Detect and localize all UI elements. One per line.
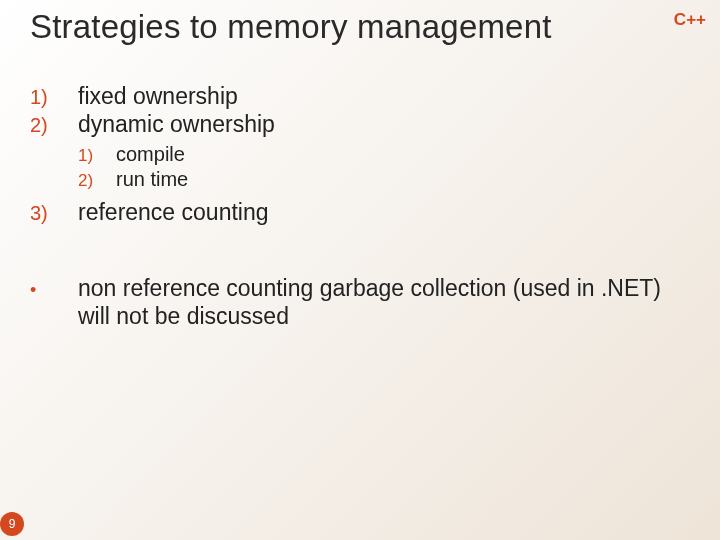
slide-title: Strategies to memory management bbox=[30, 8, 552, 46]
slide: Strategies to memory management C++ 1) f… bbox=[0, 0, 720, 540]
content-area: 1) fixed ownership 2) dynamic ownership … bbox=[30, 82, 670, 330]
list-text: dynamic ownership bbox=[78, 110, 275, 138]
page-number-badge: 9 bbox=[0, 512, 24, 536]
list-item: 1) fixed ownership bbox=[30, 82, 670, 110]
list-text: fixed ownership bbox=[78, 82, 238, 110]
list-item: 1) compile bbox=[30, 142, 670, 167]
list-marker: 1) bbox=[30, 85, 78, 109]
sub-list: 1) compile 2) run time bbox=[30, 142, 670, 192]
list-text: compile bbox=[116, 142, 185, 167]
list-marker: 1) bbox=[78, 145, 116, 166]
list-item: • non reference counting garbage collect… bbox=[30, 274, 670, 330]
page-number: 9 bbox=[9, 517, 16, 531]
list-item: 2) dynamic ownership bbox=[30, 110, 670, 138]
list-text: run time bbox=[116, 167, 188, 192]
list-item: 2) run time bbox=[30, 167, 670, 192]
note-text: non reference counting garbage collectio… bbox=[78, 274, 670, 330]
list-text: reference counting bbox=[78, 198, 269, 226]
brand-label: C++ bbox=[674, 10, 706, 30]
list-marker: 2) bbox=[30, 113, 78, 137]
bullet-marker: • bbox=[30, 280, 78, 302]
list-item: 3) reference counting bbox=[30, 198, 670, 226]
list-marker: 3) bbox=[30, 201, 78, 225]
list-marker: 2) bbox=[78, 170, 116, 191]
